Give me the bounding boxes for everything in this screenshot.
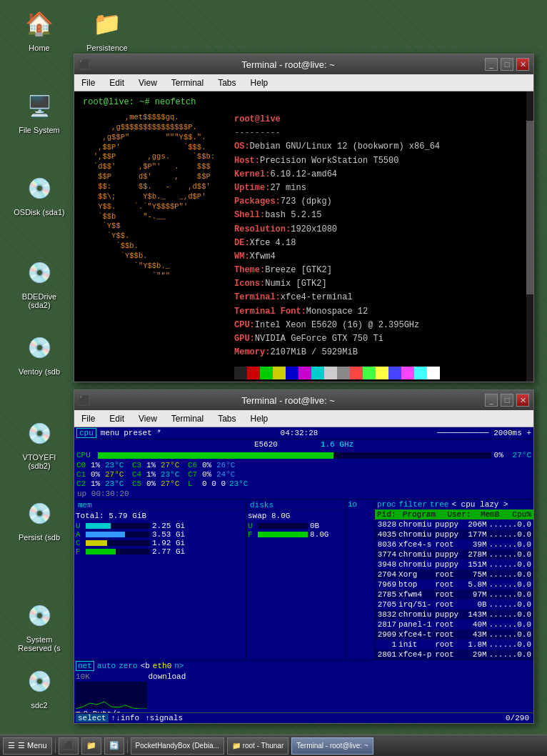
- separator: ---------: [234, 126, 440, 140]
- scrollbar-thumb[interactable]: [526, 121, 533, 295]
- menu2-terminal[interactable]: Terminal: [167, 412, 208, 425]
- terminal2-titlebar: ⬛ Terminal - root@live: ~ _ □ ✕: [74, 390, 533, 410]
- menu-view[interactable]: View: [134, 76, 161, 89]
- tree-label[interactable]: tree: [430, 500, 448, 509]
- desktop-icon-sdc2[interactable]: 💿 sdc2: [11, 665, 68, 710]
- terminal1-maximize[interactable]: □: [501, 58, 513, 71]
- user-host: root@live: [234, 113, 440, 126]
- fkey-signals[interactable]: ↑signals: [142, 714, 186, 722]
- home-icon: 🏠: [22, 7, 56, 41]
- desktop-icon-vtoyefi[interactable]: 💿 VTOYEFI (sdb2): [11, 417, 68, 470]
- menu-tabs[interactable]: Tabs: [214, 76, 240, 89]
- proc-label: proc: [377, 500, 396, 509]
- menu-file[interactable]: File: [77, 76, 99, 89]
- cpu-c1-row: C1 0% 27°C C4 1% 23°C C7 0% 24°C: [76, 469, 531, 479]
- bdedrive-icon: 💿: [22, 256, 56, 290]
- desktop-icon-bdedrive[interactable]: 💿 BDEDrive (sda2): [11, 256, 68, 309]
- proc-row-3832[interactable]: 3832 chromiu puppy 143M ...... 0.0: [375, 610, 533, 620]
- taskbar-icon-refresh[interactable]: 🔄: [104, 737, 124, 755]
- scrollbar-track[interactable]: [526, 91, 533, 382]
- taskbar-icon-terminal1[interactable]: ⬛: [59, 737, 79, 755]
- htop-uptime: up 00:30:20: [74, 489, 533, 499]
- taskbar-app-pockethandy[interactable]: PocketHandyBox (Debia...: [131, 737, 224, 755]
- desktop-icon-sysreserved[interactable]: 💿 System Reserved (s: [11, 599, 68, 652]
- taskbar-menu-btn[interactable]: ☰ ☰ Menu: [3, 737, 52, 755]
- proc-row-2817[interactable]: 2817 panel-1 root 40M ...... 0.0: [375, 620, 533, 630]
- desktop-icon-osdisk[interactable]: 💿 OSDisk (sda1): [11, 171, 68, 217]
- vtoyefi-icon: 💿: [22, 417, 56, 451]
- sysreserved-icon: 💿: [22, 599, 56, 633]
- taskbar-app-terminal[interactable]: Terminal - root@live: ~: [291, 737, 373, 755]
- menu2-edit[interactable]: Edit: [105, 412, 129, 425]
- proc-row-4035[interactable]: 4035 chromiu puppy 177M ...... 0.0: [375, 529, 533, 539]
- filesystem-icon: 🖥️: [22, 89, 56, 124]
- cpu-lazy-label: < cpu lazy >: [451, 500, 508, 509]
- proc-row-8036[interactable]: 8036 xfce4-s root 39M ...... 0.0: [375, 539, 533, 549]
- ventoy-icon: 💿: [22, 331, 56, 365]
- desktop-icon-persistence[interactable]: 📁 Persistence: [79, 7, 136, 52]
- proc-count: 0/290: [503, 714, 532, 722]
- terminal-window-2: ⬛ Terminal - root@live: ~ _ □ ✕ File Edi…: [74, 389, 534, 724]
- terminal1-minimize[interactable]: _: [485, 58, 498, 71]
- proc-list: 3828 chromiu puppy 206M ...... 0.0 4035 …: [375, 519, 533, 660]
- menu2-help[interactable]: Help: [246, 412, 273, 425]
- proc-row-2705[interactable]: 2705 irq/51- root 0B ...... 0.0: [375, 600, 533, 610]
- menu2-view[interactable]: View: [134, 412, 161, 425]
- shell-prompt: root@live: ~# neofetch: [80, 96, 528, 109]
- terminal1-title: Terminal - root@live: ~: [91, 59, 485, 70]
- menu-help[interactable]: Help: [246, 76, 273, 89]
- menu2-file[interactable]: File: [77, 412, 99, 425]
- proc-row-2801[interactable]: 2801 xfce4-p root 29M ...... 0.0: [375, 650, 533, 660]
- htop-bars-left: CPU 0% 27°C C0 1% 23°C C3 1% 27°C C6 0: [74, 449, 533, 489]
- menu2-tabs[interactable]: Tabs: [214, 412, 240, 425]
- taskbar-icon-filemgr[interactable]: 📁: [81, 737, 101, 755]
- desktop-icon-ventoy[interactable]: 💿 Ventoy (sdb: [11, 331, 68, 376]
- menu-icon: ☰: [8, 741, 15, 750]
- net-header: net auto zero <b eth0 n>: [76, 661, 244, 671]
- proc-row-3948[interactable]: 3948 chromiu puppy 151M ...... 0.0: [375, 559, 533, 570]
- htop-interval: ─────────── 2000ms +: [437, 429, 531, 437]
- terminal2-minimize[interactable]: _: [485, 394, 498, 407]
- taskbar: ☰ ☰ Menu ⬛ 📁 🔄 PocketHandyBox (Debia... …: [0, 735, 547, 756]
- fkey-info[interactable]: ↑↓info: [109, 714, 143, 722]
- htop-mem-disks: mem Total: 5.79 GiB U 2.25 Gi A 3.53: [74, 499, 533, 660]
- htop-preset-btn[interactable]: preset *: [124, 429, 161, 437]
- terminal2-controls: _ □ ✕: [485, 394, 529, 407]
- proc-row-3774[interactable]: 3774 chromiu puppy 278M ...... 0.0: [375, 549, 533, 559]
- terminal2-close[interactable]: ✕: [516, 394, 529, 407]
- menu-edit[interactable]: Edit: [105, 76, 129, 89]
- vtoyefi-label: VTOYEFI (sdb2): [11, 453, 68, 470]
- proc-row-7969[interactable]: 7969 btop root 5.8M ...... 0.0: [375, 580, 533, 590]
- cpu-freq: 1.6 GHz: [321, 440, 353, 449]
- terminal2-maximize[interactable]: □: [501, 394, 513, 407]
- proc-row-1[interactable]: 1 init root 1.8M ...... 0.0: [375, 640, 533, 650]
- download-section: 10K download ▼ 0 Byte/s: [76, 672, 244, 718]
- htop-io-section: io: [346, 499, 374, 660]
- taskbar-app-thunar[interactable]: 📁 root - Thunar: [227, 737, 288, 755]
- menu-terminal[interactable]: Terminal: [167, 76, 208, 89]
- proc-table-header: Pid: Program User: MemB Cpu%: [375, 509, 533, 519]
- desktop-icon-filesystem[interactable]: 🖥️ File System: [11, 89, 68, 134]
- proc-row-2785[interactable]: 2785 xfwm4 root 97M ...... 0.0: [375, 590, 533, 600]
- htop-cpu-btn[interactable]: cpu: [76, 428, 96, 438]
- desktop-icon-home[interactable]: 🏠 Home: [11, 7, 68, 52]
- persistence-label: Persistence: [86, 44, 127, 52]
- persist-icon: 💿: [22, 497, 56, 531]
- terminal1-close[interactable]: ✕: [516, 58, 529, 71]
- cpu-c0-row: C0 1% 23°C C3 1% 27°C C6 0% 26°C: [76, 460, 531, 469]
- menu-label: ☰ Menu: [18, 741, 47, 750]
- htop-menu-btn[interactable]: menu: [101, 429, 119, 437]
- filter-label[interactable]: filter: [398, 500, 427, 509]
- proc-row-2909[interactable]: 2909 xfce4-t root 43M ...... 0.0: [375, 630, 533, 640]
- mem-A-row: A 3.53 Gi: [76, 530, 244, 539]
- htop-mem-section: mem Total: 5.79 GiB U 2.25 Gi A 3.53: [74, 499, 246, 660]
- mem-A-val: 3.53 Gi: [152, 530, 185, 539]
- fkey-select[interactable]: select: [76, 714, 109, 722]
- htop-content: cpu menu preset * 04:32:28 ─────────── 2…: [74, 427, 533, 723]
- proc-row-2704[interactable]: 2704 Xorg root 75M ...... 0.0: [375, 570, 533, 580]
- sdc2-label: sdc2: [31, 701, 47, 710]
- proc-row-3828[interactable]: 3828 chromiu puppy 206M ...... 0.0: [375, 519, 533, 529]
- cpu-model: E5620: [254, 440, 278, 449]
- ventoy-label: Ventoy (sdb: [19, 367, 60, 376]
- desktop-icon-persist[interactable]: 💿 Persist (sdb: [11, 497, 68, 542]
